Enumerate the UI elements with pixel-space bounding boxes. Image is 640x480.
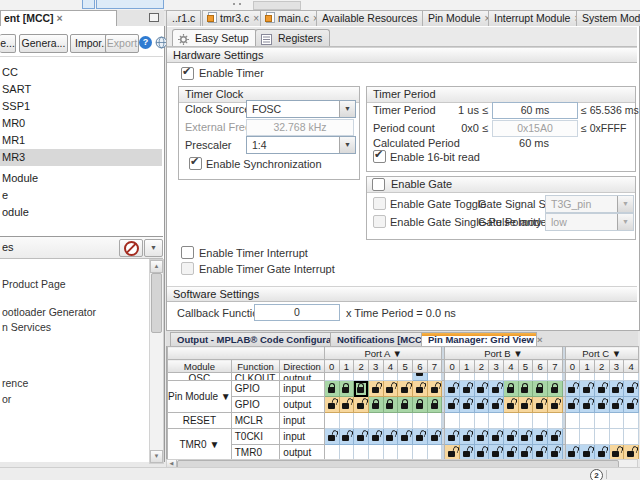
- tree-view-button[interactable]: e...: [0, 34, 16, 53]
- pin-cell-B1[interactable]: [459, 445, 474, 460]
- pin-cell-A1[interactable]: [339, 429, 354, 445]
- pin-cell-B3[interactable]: [489, 429, 504, 445]
- editor-tab-available-resources[interactable]: Available Resources×: [316, 10, 433, 26]
- pin-cell-C0[interactable]: [565, 397, 580, 413]
- links-scrollbar[interactable]: ▲ ▼: [149, 259, 164, 464]
- scrollbar-thumb[interactable]: [151, 273, 162, 333]
- pin-cell-C3[interactable]: [609, 397, 624, 413]
- pin-cell-B6[interactable]: [533, 397, 548, 413]
- float-window-icon[interactable]: [149, 13, 159, 22]
- pin-cell-B7[interactable]: [548, 429, 563, 445]
- module-cell[interactable]: TMR0 ▼: [168, 429, 232, 460]
- enable-gate-checkbox[interactable]: [372, 178, 385, 191]
- pin-cell-C4[interactable]: [624, 445, 639, 460]
- scroll-up-icon[interactable]: ▲: [150, 260, 163, 273]
- enable-timer-checkbox[interactable]: [181, 67, 194, 80]
- callback-function-rate-input[interactable]: 0: [254, 304, 340, 321]
- pin-cell-B6[interactable]: [533, 445, 548, 460]
- tree-item-mr0[interactable]: MR0: [0, 115, 162, 132]
- pin-cell-B3[interactable]: [489, 445, 504, 460]
- pin-cell-B7[interactable]: [548, 397, 563, 413]
- pin-cell-C2[interactable]: [594, 381, 609, 397]
- enable-16bit-read-checkbox[interactable]: [373, 150, 386, 163]
- pin-cell-A3[interactable]: [368, 397, 383, 413]
- module-cell[interactable]: Pin Module ▼: [168, 381, 232, 413]
- pin-cell-B4[interactable]: [503, 381, 518, 397]
- pin-cell-B0[interactable]: [445, 381, 460, 397]
- link-item[interactable]: ootloader Generator: [0, 305, 148, 320]
- pin-cell-C3[interactable]: [609, 445, 624, 460]
- pin-cell-A3[interactable]: [368, 429, 383, 445]
- editor-tab-pin-module[interactable]: Pin Module×: [422, 10, 496, 26]
- scroll-left-icon[interactable]: ◀: [167, 460, 177, 467]
- pin-cell-B4[interactable]: [503, 429, 518, 445]
- pin-cell-B3[interactable]: [489, 381, 504, 397]
- link-item[interactable]: or: [0, 392, 148, 407]
- pin-cell-B1[interactable]: [459, 429, 474, 445]
- pin-cell-B0[interactable]: [445, 429, 460, 445]
- pin-cell-A2[interactable]: [354, 429, 369, 445]
- enable-timer-interrupt-checkbox[interactable]: [181, 246, 194, 259]
- pin-cell-B1[interactable]: [459, 381, 474, 397]
- tree-item-mr3[interactable]: MR3: [0, 149, 162, 166]
- pin-cell-B6[interactable]: [533, 429, 548, 445]
- chevron-down-icon[interactable]: ▼: [339, 101, 355, 117]
- tree-item-e[interactable]: e: [0, 187, 162, 204]
- pin-cell-B4[interactable]: [503, 397, 518, 413]
- port-header-b[interactable]: Port B ▼: [445, 347, 563, 360]
- pin-cell-A2[interactable]: [354, 381, 369, 397]
- pin-cell-A4[interactable]: [383, 429, 398, 445]
- pin-cell-A1[interactable]: [339, 397, 354, 413]
- editor-tab-interrupt-module[interactable]: Interrupt Module×: [488, 10, 586, 26]
- help-icon[interactable]: ?: [139, 36, 152, 49]
- pin-cell-B5[interactable]: [518, 445, 533, 460]
- pin-cell-C4[interactable]: [624, 381, 639, 397]
- pin-cell-A5[interactable]: [398, 381, 413, 397]
- resource-management-tab[interactable]: ent [MCC] ×: [0, 10, 117, 26]
- pin-cell-B1[interactable]: [459, 397, 474, 413]
- enable-synchronization-checkbox[interactable]: [189, 157, 202, 170]
- block-icon-button[interactable]: [119, 239, 143, 257]
- pin-cell-C3[interactable]: [609, 381, 624, 397]
- pin-cell-A6[interactable]: [412, 381, 427, 397]
- port-header-a[interactable]: Port A ▼: [324, 347, 442, 360]
- pin-cell-A6[interactable]: [412, 429, 427, 445]
- clock-source-dropdown[interactable]: FOSC ▼: [246, 100, 356, 118]
- tab-registers[interactable]: Registers: [255, 29, 330, 46]
- links-dropdown-button[interactable]: ▼: [144, 239, 163, 257]
- pin-cell-B5[interactable]: [518, 381, 533, 397]
- pin-cell-C1[interactable]: [580, 397, 595, 413]
- pin-cell-A7[interactable]: [427, 397, 442, 413]
- pin-cell-C0[interactable]: [565, 445, 580, 460]
- pin-cell-C0[interactable]: [565, 381, 580, 397]
- pin-cell-B2[interactable]: [474, 445, 489, 460]
- tree-item-cc[interactable]: CC: [0, 64, 162, 81]
- pin-cell-A0[interactable]: [324, 381, 339, 397]
- pin-cell-B0[interactable]: [445, 445, 460, 460]
- link-item[interactable]: rence: [0, 376, 148, 391]
- pin-cell-B5[interactable]: [518, 429, 533, 445]
- pin-cell-A1[interactable]: [339, 381, 354, 397]
- pin-cell-A6[interactable]: [412, 397, 427, 413]
- pin-cell-B3[interactable]: [489, 397, 504, 413]
- pin-cell-B4[interactable]: [503, 445, 518, 460]
- chevron-down-icon[interactable]: ▼: [339, 137, 355, 153]
- pin-cell-B7[interactable]: [548, 445, 563, 460]
- pin-cell-B2[interactable]: [474, 397, 489, 413]
- timer-period-input[interactable]: 60 ms: [492, 102, 578, 119]
- pin-cell-C1[interactable]: [580, 381, 595, 397]
- tab-easy-setup[interactable]: Easy Setup: [172, 29, 257, 46]
- pin-cell-A2[interactable]: [354, 397, 369, 413]
- notification-badge[interactable]: 2: [590, 469, 603, 480]
- pin-cell-A7[interactable]: [427, 429, 442, 445]
- pin-cell-A5[interactable]: [398, 429, 413, 445]
- pin-cell-B2[interactable]: [474, 381, 489, 397]
- pin-cell-C2[interactable]: [594, 397, 609, 413]
- editor-tab--r1-c[interactable]: ..r1.c: [166, 10, 201, 26]
- pin-cell-C4[interactable]: [624, 397, 639, 413]
- tree-item-mr1[interactable]: MR1: [0, 132, 162, 149]
- pin-cell-A4[interactable]: [383, 397, 398, 413]
- pin-cell-C1[interactable]: [580, 445, 595, 460]
- pin-cell-C2[interactable]: [594, 445, 609, 460]
- pin-cell-B7[interactable]: [548, 381, 563, 397]
